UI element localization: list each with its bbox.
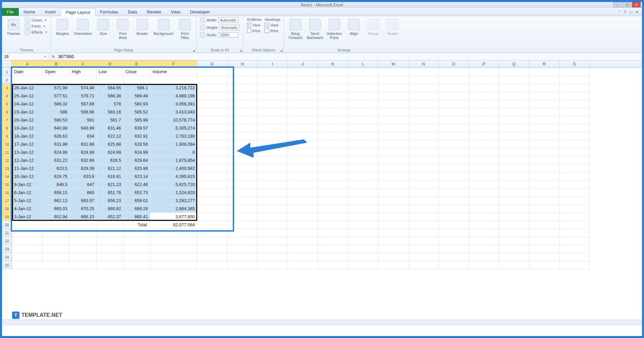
cell-empty[interactable] (439, 92, 469, 100)
cell-date[interactable]: 10-Jan-12 (12, 173, 43, 181)
row-header-2[interactable]: 2 (2, 76, 12, 84)
cell-empty[interactable] (469, 229, 499, 237)
row-header-19[interactable]: 19 (2, 213, 12, 221)
cell-empty[interactable] (529, 197, 559, 205)
cell-empty[interactable] (409, 148, 439, 156)
cell-empty[interactable] (97, 76, 123, 84)
cell-low[interactable]: 656.23 (97, 197, 123, 205)
cell-empty[interactable] (258, 156, 288, 164)
cell-open[interactable]: 624.99 (43, 148, 70, 156)
cell-empty[interactable] (12, 76, 43, 84)
cell-empty[interactable] (409, 68, 439, 76)
cell-low[interactable]: 566.38 (97, 92, 123, 100)
cell-high[interactable]: 668.15 (70, 213, 97, 221)
page-setup-dialog-icon[interactable]: ◢ (193, 49, 195, 52)
cell-empty[interactable] (499, 237, 529, 245)
cell-empty[interactable] (529, 237, 559, 245)
cell-empty[interactable] (288, 132, 318, 140)
row-header-9[interactable]: 9 (2, 132, 12, 140)
cell-empty[interactable] (348, 164, 378, 173)
cell-volume[interactable]: 3,677,850 (150, 213, 197, 221)
column-header-H[interactable]: H (227, 60, 258, 67)
column-header-M[interactable]: M (378, 60, 409, 67)
cell-low[interactable]: 616.91 (97, 173, 123, 181)
cell-empty[interactable] (409, 92, 439, 100)
cell-empty[interactable] (227, 189, 258, 197)
cell-empty[interactable] (439, 237, 469, 245)
cell-empty[interactable] (227, 253, 258, 261)
cell-empty[interactable] (559, 92, 590, 100)
row-header-13[interactable]: 13 (2, 164, 12, 173)
cell-empty[interactable] (150, 261, 197, 269)
cell-empty[interactable] (439, 261, 469, 269)
cell-empty[interactable] (559, 173, 590, 181)
column-header-F[interactable]: F (150, 60, 197, 67)
cell-empty[interactable] (197, 68, 227, 76)
cell-empty[interactable] (529, 205, 559, 213)
cell-empty[interactable] (318, 124, 348, 132)
cell-empty[interactable] (12, 253, 43, 261)
cell-empty[interactable] (150, 76, 197, 84)
cell-open[interactable]: 577.51 (43, 92, 70, 100)
cell-empty[interactable] (318, 173, 348, 181)
cell-empty[interactable] (123, 245, 150, 253)
cell-volume[interactable]: 1,875,854 (150, 156, 197, 164)
align-button[interactable]: Align (346, 17, 362, 36)
row-header-16[interactable]: 16 (2, 189, 12, 197)
cell-empty[interactable] (378, 205, 409, 213)
cell-empty[interactable] (97, 253, 123, 261)
row-header-15[interactable]: 15 (2, 181, 12, 189)
cell-empty[interactable] (469, 124, 499, 132)
cell-empty[interactable] (227, 181, 258, 189)
cell-close[interactable]: 668.28 (123, 205, 150, 213)
cell-empty[interactable] (258, 164, 288, 173)
cell-empty[interactable] (559, 164, 590, 173)
cell-empty[interactable] (529, 261, 559, 269)
cell-high[interactable]: 633.8 (70, 173, 97, 181)
cell-empty[interactable] (258, 189, 288, 197)
cell-close[interactable]: 623.14 (123, 173, 150, 181)
gridlines-view-checkbox[interactable]: ✓ (247, 23, 251, 27)
cell-empty[interactable] (197, 173, 227, 181)
cell-empty[interactable] (529, 124, 559, 132)
cell-empty[interactable] (409, 237, 439, 245)
cell-empty[interactable] (197, 148, 227, 156)
cell-high[interactable]: 634 (70, 132, 97, 140)
cell-empty[interactable] (12, 237, 43, 245)
cell-open[interactable]: 659.15 (43, 189, 70, 197)
cell-volume[interactable]: 6,305,274 (150, 124, 197, 132)
cell-empty[interactable] (439, 116, 469, 124)
margins-button[interactable]: Margins (54, 17, 70, 36)
cell-empty[interactable] (559, 197, 590, 205)
headings-print-checkbox[interactable] (265, 29, 269, 33)
cell-empty[interactable] (318, 116, 348, 124)
group-button[interactable]: Group (365, 17, 381, 36)
cell-empty[interactable] (43, 76, 70, 84)
cell-empty[interactable] (197, 108, 227, 116)
fx-icon[interactable]: fx (52, 54, 55, 59)
cell-open[interactable]: 626.63 (43, 132, 70, 140)
cell-close[interactable]: 624.99 (123, 148, 150, 156)
cell-empty[interactable] (43, 221, 70, 229)
cell-empty[interactable] (559, 229, 590, 237)
cell-empty[interactable] (348, 253, 378, 261)
column-header-J[interactable]: J (288, 60, 318, 67)
cell-empty[interactable] (12, 261, 43, 269)
cell-empty[interactable] (258, 173, 288, 181)
cell-open[interactable]: 571.98 (43, 84, 70, 92)
cell-empty[interactable] (318, 92, 348, 100)
cell-high[interactable]: 574.48 (70, 84, 97, 92)
cell-empty[interactable] (123, 76, 150, 84)
cell-empty[interactable] (348, 173, 378, 181)
send-backward-button[interactable]: Send Backward (307, 17, 323, 40)
column-header-D[interactable]: D (97, 60, 123, 67)
cell-date[interactable]: 24-Jan-12 (12, 100, 43, 108)
cell-empty[interactable] (469, 108, 499, 116)
cell-empty[interactable] (529, 148, 559, 156)
cell-empty[interactable] (499, 213, 529, 221)
cell-empty[interactable] (258, 100, 288, 108)
cell-empty[interactable] (439, 181, 469, 189)
cell-total-value[interactable]: 62.077.064 (150, 221, 197, 229)
cell-empty[interactable] (288, 164, 318, 173)
cell-empty[interactable] (318, 148, 348, 156)
